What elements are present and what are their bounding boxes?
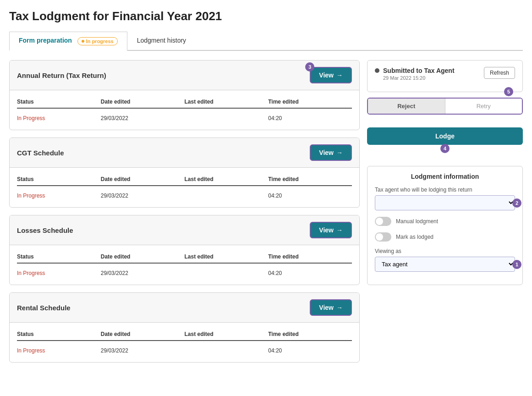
rental-schedule-view-button[interactable]: View → [310, 299, 352, 316]
viewing-as-field-group: Viewing as Tax agent Client Admin 1 [375, 248, 515, 272]
losses-schedule-body: Status Date edited Last edited Time edit… [10, 245, 359, 285]
tab-lodgment-history[interactable]: Lodgment history [127, 32, 196, 50]
rental-schedule-body: Status Date edited Last edited Time edit… [10, 323, 359, 362]
annual-return-view-button[interactable]: View → [310, 67, 352, 83]
page-title: Tax Lodgment for Financial Year 2021 [9, 9, 523, 23]
annual-return-table-header: Status Date edited Last edited Time edit… [17, 96, 352, 109]
losses-schedule-title: Losses Schedule [17, 226, 73, 234]
cgt-schedule-view-button[interactable]: View → [310, 144, 352, 161]
lodge-button[interactable]: Lodge [367, 127, 523, 145]
mark-as-lodged-label: Mark as lodged [396, 234, 433, 240]
cgt-schedule-header: CGT Schedule View → [10, 138, 359, 168]
tab-form-preparation[interactable]: Form preparation In progress [9, 32, 127, 51]
tax-agent-select[interactable] [375, 195, 515, 210]
losses-schedule-card: Losses Schedule View → Status Date edite… [9, 215, 360, 285]
lodge-wrapper: Lodge 4 [367, 127, 523, 148]
rental-schedule-title: Rental Schedule [17, 304, 71, 312]
viewing-as-select[interactable]: Tax agent Client Admin [375, 257, 515, 272]
rental-schedule-card: Rental Schedule View → Status Date edite… [9, 292, 360, 363]
reject-button[interactable]: Reject [368, 99, 445, 114]
annual-return-view-container: 3 View → [310, 67, 352, 83]
status-dot-icon [375, 68, 379, 73]
rental-table-header: Status Date edited Last edited Time edit… [17, 328, 352, 341]
table-row: In Progress 29/03/2022 04:20 [17, 267, 352, 279]
annual-return-title: Annual Return (Tax Return) [17, 72, 106, 79]
badge-dot [82, 40, 84, 43]
retry-button[interactable]: Retry [445, 99, 522, 114]
viewing-as-badge-1: 1 [512, 260, 521, 269]
annual-return-card: Annual Return (Tax Return) 3 View → Stat… [9, 60, 360, 130]
manual-lodgment-toggle[interactable] [375, 217, 391, 226]
tax-agent-badge-2: 2 [512, 198, 521, 208]
lodgment-info-title: Lodgment information [375, 173, 515, 180]
left-panel: Annual Return (Tax Return) 3 View → Stat… [9, 60, 360, 363]
cgt-schedule-card: CGT Schedule View → Status Date edited L… [9, 138, 360, 208]
status-header: Submitted to Tax Agent 29 Mar 2022 15:20… [375, 67, 515, 81]
table-row: In Progress 29/03/2022 04:20 [17, 112, 352, 124]
tabs-container: Form preparation In progress Lodgment hi… [9, 32, 523, 51]
status-badge-5: 5 [504, 87, 513, 96]
losses-schedule-header: Losses Schedule View → [10, 215, 359, 245]
lodge-badge-4: 4 [440, 144, 450, 153]
arrow-icon: → [336, 149, 343, 156]
arrow-icon: → [336, 72, 343, 79]
table-row: In Progress 29/03/2022 04:20 [17, 345, 352, 357]
status-info: Submitted to Tax Agent 29 Mar 2022 15:20 [383, 67, 484, 81]
action-buttons-wrapper: Reject Retry [367, 98, 523, 118]
tax-agent-select-wrapper: 2 [375, 195, 515, 210]
arrow-icon: → [336, 226, 343, 234]
cgt-table-header: Status Date edited Last edited Time edit… [17, 173, 352, 186]
viewing-as-label: Viewing as [375, 248, 515, 254]
losses-table-header: Status Date edited Last edited Time edit… [17, 251, 352, 264]
status-title: Submitted to Tax Agent [383, 67, 484, 74]
cgt-schedule-title: CGT Schedule [17, 149, 64, 157]
status-card: Submitted to Tax Agent 29 Mar 2022 15:20… [367, 60, 523, 92]
lodgment-info-card: Lodgment information Tax agent who will … [367, 166, 523, 285]
refresh-button[interactable]: Refresh [484, 67, 515, 79]
manual-lodgment-row: Manual lodgment [375, 217, 515, 226]
cgt-schedule-body: Status Date edited Last edited Time edit… [10, 168, 359, 207]
losses-schedule-view-button[interactable]: View → [310, 222, 352, 238]
mark-as-lodged-row: Mark as lodged [375, 232, 515, 242]
main-layout: Annual Return (Tax Return) 3 View → Stat… [9, 60, 523, 363]
annual-return-header: Annual Return (Tax Return) 3 View → [10, 60, 359, 90]
in-progress-badge: In progress [77, 37, 118, 45]
viewing-as-select-wrapper: Tax agent Client Admin 1 [375, 257, 515, 272]
status-date: 29 Mar 2022 15:20 [383, 75, 484, 81]
annual-return-body: Status Date edited Last edited Time edit… [10, 90, 359, 130]
manual-lodgment-label: Manual lodgment [396, 218, 438, 225]
action-buttons: Reject Retry [367, 98, 523, 115]
arrow-icon: → [336, 304, 343, 311]
table-row: In Progress 29/03/2022 04:20 [17, 190, 352, 202]
tax-agent-label: Tax agent who will be lodging this retur… [375, 187, 515, 193]
tax-agent-field-group: Tax agent who will be lodging this retur… [375, 187, 515, 210]
mark-as-lodged-toggle[interactable] [375, 232, 391, 242]
rental-schedule-header: Rental Schedule View → [10, 293, 359, 323]
right-panel: Submitted to Tax Agent 29 Mar 2022 15:20… [367, 60, 523, 285]
